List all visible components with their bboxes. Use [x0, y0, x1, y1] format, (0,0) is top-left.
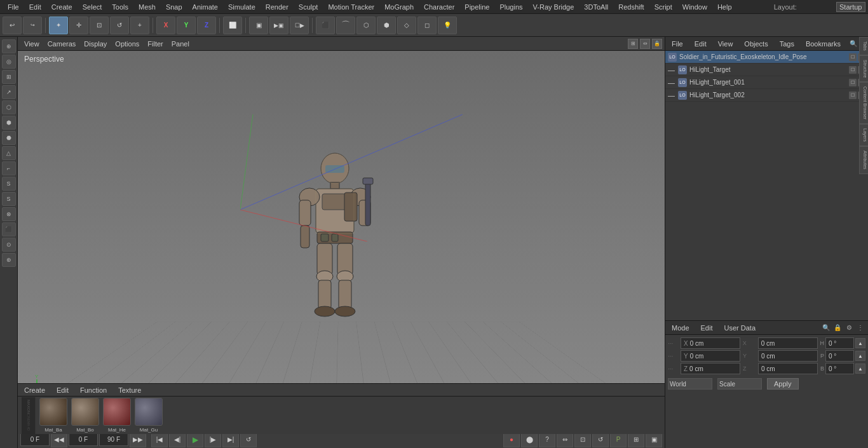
- object-visible-icon-4[interactable]: ☐: [849, 92, 857, 99]
- materials-menu-texture[interactable]: Texture: [114, 385, 145, 395]
- menu-edit[interactable]: Edit: [24, 2, 46, 12]
- world-select[interactable]: World Object: [668, 378, 712, 390]
- materials-menu-function[interactable]: Function: [76, 385, 111, 395]
- coord-z-pos[interactable]: Z0 cm: [681, 363, 740, 374]
- menu-mesh[interactable]: Mesh: [133, 2, 161, 12]
- menu-snap[interactable]: Snap: [161, 2, 187, 12]
- menu-select[interactable]: Select: [78, 2, 107, 12]
- menu-redshift[interactable]: Redshift: [613, 2, 649, 12]
- object-mode-button[interactable]: ⬜: [223, 17, 242, 34]
- frame-prev-start-button[interactable]: ◀◀: [51, 432, 67, 447]
- render-region-button[interactable]: ▣: [249, 17, 268, 34]
- generator-button[interactable]: ⬡: [356, 17, 376, 34]
- coord-h-step[interactable]: ▲: [855, 338, 865, 348]
- coord-h-val[interactable]: 0 °: [825, 337, 854, 349]
- viewport-menu-cameras[interactable]: Cameras: [44, 39, 80, 49]
- menu-vray[interactable]: V-Ray Bridge: [528, 2, 580, 12]
- viewport-menu-view[interactable]: View: [20, 39, 43, 49]
- frame-current-input[interactable]: [69, 433, 98, 446]
- left-tool-3[interactable]: ⊞: [2, 70, 16, 84]
- transform-tool-button[interactable]: +: [130, 17, 149, 34]
- left-tool-11[interactable]: S: [2, 192, 16, 206]
- tab-content-browser[interactable]: Content Browser: [859, 82, 868, 124]
- menu-file[interactable]: File: [3, 2, 24, 12]
- materials-menu-create[interactable]: Create: [20, 385, 49, 395]
- left-tool-1[interactable]: ⊕: [2, 39, 16, 53]
- tab-tabs[interactable]: Tabs: [859, 37, 868, 55]
- left-tool-13[interactable]: ⬛: [2, 222, 16, 236]
- left-tool-7[interactable]: ⬣: [2, 131, 16, 145]
- left-tool-5[interactable]: ⬡: [2, 100, 16, 114]
- left-tool-10[interactable]: S: [2, 177, 16, 191]
- attr-menu-userdata[interactable]: User Data: [721, 323, 760, 333]
- coord-x-val[interactable]: 0 cm: [758, 337, 818, 349]
- object-item-hilight-target[interactable]: — LO HiLight_Target ☐ ☐: [665, 64, 868, 76]
- frame-start-input[interactable]: [20, 433, 50, 446]
- attr-menu-mode[interactable]: Mode: [668, 323, 693, 333]
- coord-x-pos[interactable]: X0 cm: [681, 337, 740, 349]
- menu-animate[interactable]: Animate: [187, 2, 223, 12]
- menu-render[interactable]: Render: [261, 2, 294, 12]
- attr-menu-edit[interactable]: Edit: [697, 323, 717, 333]
- menu-mograph[interactable]: MoGraph: [379, 2, 419, 12]
- tab-layers[interactable]: Layers: [859, 124, 868, 146]
- attr-search-button[interactable]: 🔍: [821, 323, 831, 333]
- objects-menu-tags[interactable]: Tags: [776, 39, 798, 49]
- step-forward-button[interactable]: |▶: [205, 432, 221, 447]
- redo-button[interactable]: ↪: [23, 17, 42, 34]
- menu-motion-tracker[interactable]: Motion Tracker: [323, 2, 379, 12]
- menu-character[interactable]: Character: [419, 2, 459, 12]
- cube-button[interactable]: ⬛: [316, 17, 335, 34]
- viewport-menu-options[interactable]: Options: [111, 39, 143, 49]
- undo-button[interactable]: ↩: [3, 17, 22, 34]
- menu-create[interactable]: Create: [46, 2, 78, 12]
- menu-script[interactable]: Script: [649, 2, 677, 12]
- rotate-tool-button[interactable]: ↺: [110, 17, 129, 34]
- menu-pipeline[interactable]: Pipeline: [459, 2, 494, 12]
- attr-more-button[interactable]: ⋮: [855, 323, 865, 333]
- objects-menu-bookmarks[interactable]: Bookmarks: [802, 39, 844, 49]
- left-tool-2[interactable]: ◎: [2, 55, 16, 69]
- camera-button[interactable]: ◻: [417, 17, 437, 34]
- coord-z-val[interactable]: 0 cm: [758, 363, 818, 374]
- viewport-link-icon[interactable]: ⇔: [640, 39, 650, 49]
- menu-plugins[interactable]: Plugins: [494, 2, 527, 12]
- coord-p-val[interactable]: 0 °: [825, 350, 854, 362]
- objects-menu-edit[interactable]: Edit: [691, 39, 710, 49]
- left-tool-12[interactable]: ⊗: [2, 207, 16, 221]
- materials-menu-edit[interactable]: Edit: [53, 385, 72, 395]
- material-swatch-mathe[interactable]: Mat_He: [103, 398, 131, 433]
- layout-select[interactable]: Startup: [836, 2, 865, 12]
- viewport-menu-filter[interactable]: Filter: [144, 39, 166, 49]
- frame-next-end-button[interactable]: ▶▶: [130, 432, 146, 447]
- move-key-button[interactable]: ⇔: [557, 432, 573, 447]
- viewport-menu-panel[interactable]: Panel: [168, 39, 193, 49]
- object-item-hilight-target-002[interactable]: — LO HiLight_Target_002 ☐ ☐: [665, 89, 868, 102]
- attr-settings-button[interactable]: ⚙: [844, 323, 854, 333]
- attr-lock-button[interactable]: 🔒: [832, 323, 843, 333]
- scale-key-button[interactable]: ⊡: [574, 432, 591, 447]
- scale-tool-button[interactable]: ⊡: [90, 17, 109, 34]
- coord-b-val[interactable]: 0 °: [825, 363, 854, 374]
- goto-start-button[interactable]: |◀: [151, 432, 168, 447]
- goto-end-button[interactable]: ▶|: [222, 432, 239, 447]
- material-swatch-matba[interactable]: Mat_Ba: [39, 398, 67, 433]
- rotate-key-button[interactable]: ↺: [592, 432, 609, 447]
- key-sel-button[interactable]: ⊞: [628, 432, 644, 447]
- auto-key-button[interactable]: ⬤: [521, 432, 538, 447]
- material-swatch-matgu[interactable]: Mat_Gu: [135, 398, 163, 433]
- tab-attributes[interactable]: Attributes: [859, 146, 868, 174]
- menu-window[interactable]: Window: [677, 2, 712, 12]
- left-tool-15[interactable]: ⊛: [2, 253, 16, 267]
- object-item-soldier[interactable]: LO Soldier_in_Futuristic_Exoskeleton_Idl…: [665, 51, 868, 64]
- axis-z-button[interactable]: Z: [197, 17, 216, 34]
- object-visible-icon[interactable]: ☐: [849, 53, 857, 61]
- key-all-button[interactable]: P: [610, 432, 627, 447]
- curve-button[interactable]: ⌒: [336, 17, 355, 34]
- coord-p-step[interactable]: ▲: [855, 351, 865, 361]
- record-button[interactable]: ●: [503, 432, 520, 447]
- menu-simulate[interactable]: Simulate: [223, 2, 261, 12]
- viewport-maximize-icon[interactable]: ⊞: [628, 39, 638, 49]
- menu-help[interactable]: Help: [712, 2, 737, 12]
- coord-y-val[interactable]: 0 cm: [758, 350, 818, 362]
